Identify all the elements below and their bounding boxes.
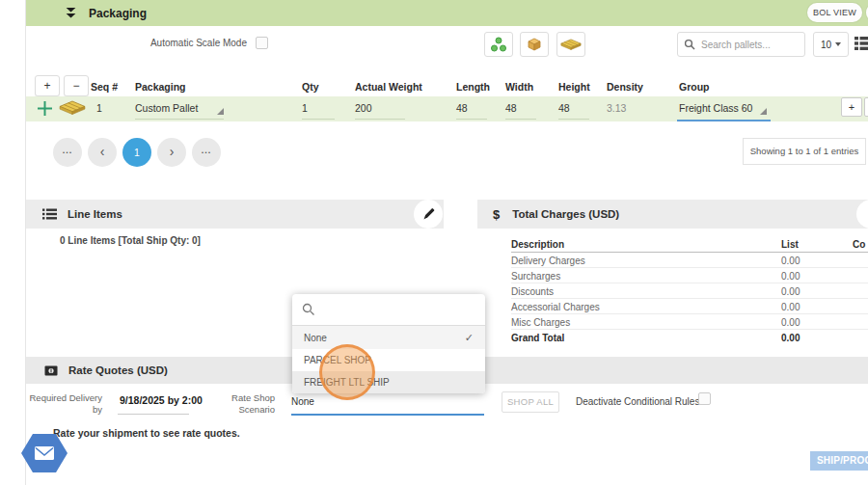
pallet-button[interactable]	[556, 32, 585, 57]
charge-row-grand-total: Grand Total 0.00	[511, 330, 868, 345]
charges-col-description: Description	[511, 239, 564, 250]
list-icon	[42, 208, 57, 220]
page-title: Packaging	[89, 7, 147, 20]
line-items-summary: 0 Line Items [Total Ship Qty: 0]	[60, 235, 201, 246]
packaging-page: Packaging BOL VIEW Automatic Scale Mode	[0, 0, 868, 485]
charge-row-misc: Misc Charges 0.00	[511, 314, 868, 330]
line-items-header: Line Items	[26, 200, 444, 229]
required-delivery-input[interactable]: 9/18/2025 by 2:00	[120, 394, 203, 406]
col-header-qty: Qty	[302, 81, 319, 93]
add-row-header-button[interactable]: +	[35, 75, 60, 96]
col-header-length: Length	[456, 81, 490, 93]
charge-list-value: 0.00	[781, 256, 800, 266]
shop-all-button[interactable]: SHOP ALL	[502, 391, 559, 413]
weight-underline	[355, 119, 405, 120]
charge-label: Misc Charges	[511, 317, 570, 328]
packaging-header-bar: Packaging	[26, 0, 868, 26]
palletize-button[interactable]	[484, 32, 513, 57]
deactivate-rules-label: Deactivate Conditional Rules	[576, 396, 699, 407]
charge-row-delivery: Delivery Charges 0.00	[511, 253, 868, 268]
check-icon: ✓	[465, 332, 474, 344]
charge-label: Accessorial Charges	[511, 302, 600, 312]
page-size-value: 10	[821, 40, 831, 50]
col-header-actual-weight: Actual Weight	[355, 81, 422, 93]
option-label: None	[304, 333, 327, 343]
chevron-down-icon	[835, 42, 841, 46]
row-add-button[interactable]: +	[841, 97, 862, 117]
charge-list-value: 0.00	[781, 286, 800, 297]
search-icon	[302, 303, 315, 316]
rate-quotes-empty-message: Rate your shipment to see rate quotes.	[53, 427, 240, 439]
pagination-prev[interactable]: ‹	[88, 138, 117, 167]
cell-group-select[interactable]: Freight Class 60	[679, 102, 752, 114]
line-items-edit-button[interactable]	[414, 200, 443, 229]
pagination-first[interactable]: ...	[53, 138, 82, 167]
rate-quotes-title: Rate Quotes (USD)	[68, 364, 168, 376]
total-charges-title: Total Charges (USD)	[512, 208, 619, 220]
add-pallet-icon[interactable]	[37, 100, 53, 117]
deactivate-rules-checkbox[interactable]	[698, 392, 711, 405]
rate-shop-scenario-focus-underline	[291, 414, 484, 416]
collapse-icon[interactable]	[65, 7, 77, 19]
charge-list-value: 0.00	[781, 317, 800, 328]
cell-packaging-select[interactable]: Custom Pallet	[135, 102, 198, 114]
charge-row-surcharges: Surcharges 0.00	[511, 268, 868, 283]
group-focus-underline	[677, 120, 771, 121]
charge-list-value: 0.00	[781, 271, 800, 282]
pencil-icon	[422, 208, 435, 221]
row-edit-button[interactable]	[864, 97, 868, 117]
money-bill-icon	[44, 365, 58, 376]
palletize-icon	[490, 36, 507, 53]
col-header-group: Group	[679, 81, 710, 93]
charges-col-cost: Co	[853, 239, 865, 250]
group-select-handle-icon[interactable]	[760, 108, 767, 115]
page-size-dropdown[interactable]: 10	[813, 32, 849, 57]
charges-col-list: List	[781, 239, 799, 250]
charge-list-value: 0.00	[781, 302, 800, 312]
cell-density: 3.13	[607, 102, 626, 114]
dropdown-search[interactable]	[292, 294, 485, 326]
pallet-search[interactable]	[677, 32, 805, 57]
auto-scale-mode-label: Automatic Scale Mode	[123, 38, 247, 48]
bol-view-button[interactable]: BOL VIEW	[807, 3, 862, 22]
required-delivery-underline	[118, 414, 189, 415]
box-icon	[526, 36, 543, 53]
cell-actual-weight-input[interactable]: 200	[355, 102, 372, 114]
search-input[interactable]	[701, 40, 798, 50]
col-header-width: Width	[505, 81, 533, 93]
width-underline	[505, 119, 536, 120]
length-underline	[456, 119, 487, 120]
mail-hexagon-button[interactable]	[21, 433, 68, 473]
pagination-next[interactable]: ›	[157, 138, 186, 167]
packaging-select-handle-icon[interactable]	[217, 108, 224, 115]
cell-length-input[interactable]: 48	[456, 102, 468, 114]
box-button[interactable]	[520, 32, 549, 57]
col-header-density: Density	[607, 81, 643, 93]
menu-option-none[interactable]: None ✓	[292, 326, 485, 349]
pagination-last[interactable]: ...	[192, 138, 221, 167]
search-icon	[684, 39, 695, 50]
cell-qty-input[interactable]: 1	[302, 102, 308, 114]
charge-label: Surcharges	[511, 271, 560, 282]
rate-shop-scenario-select[interactable]: None	[291, 396, 314, 407]
qty-underline	[302, 119, 335, 120]
charge-label: Delivery Charges	[511, 256, 585, 266]
envelope-icon	[35, 446, 54, 460]
charge-row-discounts: Discounts 0.00	[511, 283, 868, 299]
cell-width-input[interactable]: 48	[505, 102, 517, 114]
pagination-page-1[interactable]: 1	[122, 138, 151, 167]
remove-row-header-button[interactable]: −	[64, 75, 89, 96]
row-pallet-icon[interactable]	[59, 99, 86, 116]
rate-shop-scenario-label-2: Scenario	[225, 404, 275, 415]
dollar-icon: $	[493, 207, 500, 222]
charge-row-accessorial: Accessorial Charges 0.00	[511, 299, 868, 314]
cell-height-input[interactable]: 48	[558, 102, 570, 114]
auto-scale-checkbox[interactable]	[256, 37, 268, 49]
entries-status: Showing 1 to 1 of 1 entries	[743, 138, 866, 165]
line-items-title: Line Items	[68, 208, 122, 220]
height-underline	[558, 119, 589, 120]
pallet-icon	[560, 38, 582, 51]
column-settings-icon[interactable]	[854, 36, 868, 51]
charge-list-value: 0.00	[781, 333, 800, 343]
ship-process-button[interactable]: SHIP/PROCE	[810, 451, 868, 471]
